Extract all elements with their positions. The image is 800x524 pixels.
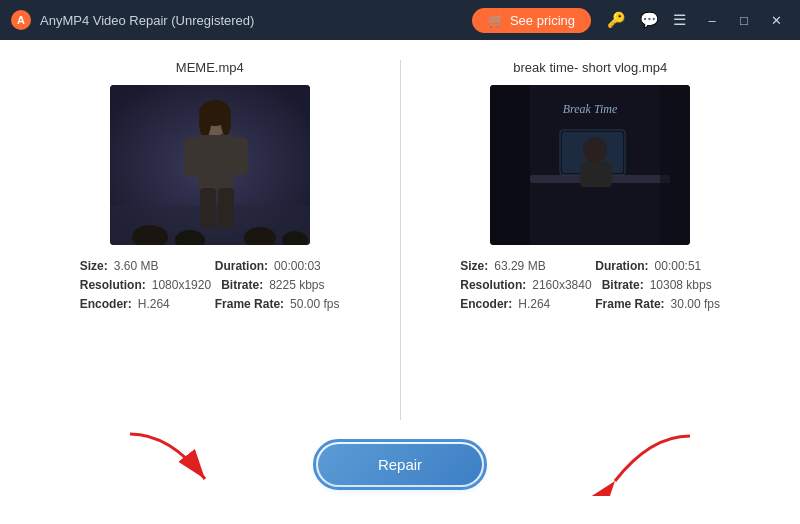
window-controls: – □ ✕: [698, 6, 790, 34]
left-duration-value: 00:00:03: [274, 259, 321, 273]
main-content: MEME.mp4: [0, 40, 800, 524]
svg-point-7: [221, 111, 231, 135]
pricing-label: See pricing: [510, 13, 575, 28]
right-meta-row-1: Size: 63.29 MB Duration: 00:00:51: [460, 259, 720, 273]
svg-rect-11: [200, 188, 216, 228]
right-encoder-label: Encoder:: [460, 297, 512, 311]
left-encoder-label: Encoder:: [80, 297, 132, 311]
right-framerate-value: 30.00 fps: [671, 297, 720, 311]
bottom-area: Repair: [30, 424, 770, 504]
left-encoder-value: H.264: [138, 297, 170, 311]
right-video-thumbnail: Break Time: [490, 85, 690, 245]
svg-point-6: [199, 109, 211, 137]
left-panel-title: MEME.mp4: [176, 60, 244, 75]
svg-point-22: [583, 137, 607, 163]
app-logo: A: [10, 9, 32, 31]
left-encoder-col: Encoder: H.264: [80, 297, 205, 311]
left-arrow: [110, 429, 250, 494]
toolbar-icons: 🔑 💬 ☰: [603, 9, 690, 31]
close-button[interactable]: ✕: [762, 6, 790, 34]
right-duration-value: 00:00:51: [655, 259, 702, 273]
right-framerate-label: Frame Rate:: [595, 297, 664, 311]
right-bitrate-label: Bitrate:: [602, 278, 644, 292]
svg-text:Break Time: Break Time: [563, 102, 618, 116]
chat-icon[interactable]: 💬: [636, 9, 663, 31]
left-size-label: Size:: [80, 259, 108, 273]
left-size-col: Size: 3.60 MB: [80, 259, 205, 273]
right-panel-title: break time- short vlog.mp4: [513, 60, 667, 75]
right-framerate-col: Frame Rate: 30.00 fps: [595, 297, 720, 311]
svg-text:A: A: [17, 14, 25, 26]
minimize-button[interactable]: –: [698, 6, 726, 34]
left-duration-label: Duration:: [215, 259, 268, 273]
app-title: AnyMP4 Video Repair (Unregistered): [40, 13, 472, 28]
left-framerate-value: 50.00 fps: [290, 297, 339, 311]
left-meta-row-1: Size: 3.60 MB Duration: 00:00:03: [80, 259, 340, 273]
menu-icon[interactable]: ☰: [669, 9, 690, 31]
svg-rect-12: [218, 188, 234, 228]
svg-rect-9: [184, 137, 200, 177]
right-encoder-value: H.264: [518, 297, 550, 311]
left-meta: Size: 3.60 MB Duration: 00:00:03 Resolut…: [80, 259, 340, 316]
left-resolution-label: Resolution:: [80, 278, 146, 292]
svg-rect-8: [198, 135, 234, 190]
repair-button[interactable]: Repair: [318, 444, 482, 485]
left-bitrate-label: Bitrate:: [221, 278, 263, 292]
right-size-col: Size: 63.29 MB: [460, 259, 585, 273]
left-duration-col: Duration: 00:00:03: [215, 259, 340, 273]
right-arrow: [570, 431, 710, 496]
right-resolution-label: Resolution:: [460, 278, 526, 292]
right-encoder-col: Encoder: H.264: [460, 297, 585, 311]
left-bitrate-value: 8225 kbps: [269, 278, 324, 292]
right-size-label: Size:: [460, 259, 488, 273]
right-panel: break time- short vlog.mp4 Brea: [411, 60, 771, 420]
panels-container: MEME.mp4: [30, 60, 770, 420]
left-meta-row-3: Encoder: H.264 Frame Rate: 50.00 fps: [80, 297, 340, 311]
right-duration-label: Duration:: [595, 259, 648, 273]
svg-rect-25: [490, 85, 530, 245]
right-resolution-value: 2160x3840: [532, 278, 591, 292]
left-framerate-label: Frame Rate:: [215, 297, 284, 311]
right-meta: Size: 63.29 MB Duration: 00:00:51 Resolu…: [460, 259, 720, 316]
svg-rect-23: [580, 162, 612, 187]
right-meta-row-2: Resolution: 2160x3840 Bitrate: 10308 kbp…: [460, 278, 720, 292]
left-resolution-col: Resolution: 1080x1920: [80, 278, 211, 292]
titlebar: A AnyMP4 Video Repair (Unregistered) 🛒 S…: [0, 0, 800, 40]
key-icon[interactable]: 🔑: [603, 9, 630, 31]
svg-rect-26: [660, 85, 690, 245]
left-meta-row-2: Resolution: 1080x1920 Bitrate: 8225 kbps: [80, 278, 340, 292]
pricing-button[interactable]: 🛒 See pricing: [472, 8, 591, 33]
left-framerate-col: Frame Rate: 50.00 fps: [215, 297, 340, 311]
left-resolution-value: 1080x1920: [152, 278, 211, 292]
left-video-thumbnail: [110, 85, 310, 245]
panel-divider: [400, 60, 401, 420]
right-meta-row-3: Encoder: H.264 Frame Rate: 30.00 fps: [460, 297, 720, 311]
right-size-value: 63.29 MB: [494, 259, 545, 273]
right-resolution-col: Resolution: 2160x3840: [460, 278, 591, 292]
right-bitrate-col: Bitrate: 10308 kbps: [602, 278, 721, 292]
right-bitrate-value: 10308 kbps: [650, 278, 712, 292]
maximize-button[interactable]: □: [730, 6, 758, 34]
cart-icon: 🛒: [488, 13, 504, 28]
left-panel: MEME.mp4: [30, 60, 390, 420]
right-duration-col: Duration: 00:00:51: [595, 259, 720, 273]
svg-rect-10: [232, 137, 248, 175]
repair-label: Repair: [378, 456, 422, 473]
left-size-value: 3.60 MB: [114, 259, 159, 273]
left-bitrate-col: Bitrate: 8225 kbps: [221, 278, 340, 292]
